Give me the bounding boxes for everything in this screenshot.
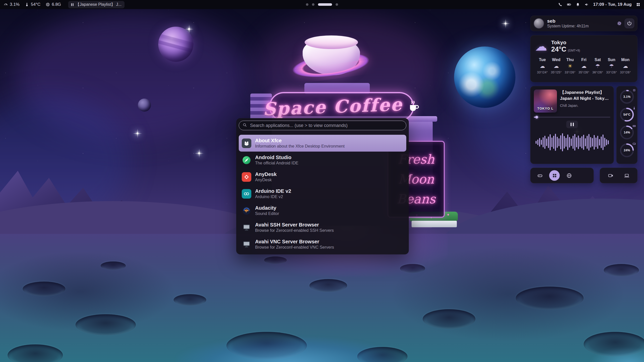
app-description: Arduino IDE v2 bbox=[255, 195, 291, 199]
notifications-bell-icon[interactable] bbox=[576, 2, 580, 7]
app-title: Arduino IDE v2 bbox=[255, 189, 291, 194]
album-art: TOKYO L bbox=[534, 89, 557, 113]
apps-grid-button[interactable] bbox=[549, 170, 560, 181]
cpu-chip-icon bbox=[632, 88, 636, 93]
capture-actions-card bbox=[600, 168, 637, 183]
crater bbox=[423, 309, 475, 329]
cpu-usage-indicator[interactable]: 3.1% bbox=[4, 2, 20, 7]
workspace-dot-2[interactable] bbox=[312, 3, 314, 6]
power-button[interactable] bbox=[625, 19, 634, 28]
app-launcher: About Xfce Information about the Xfce De… bbox=[236, 118, 409, 254]
settings-button[interactable] bbox=[617, 21, 622, 26]
search-icon bbox=[243, 123, 247, 128]
app-row-arduino-ide[interactable]: Arduino IDE v2 Arduino IDE v2 bbox=[239, 185, 406, 202]
disk-gauge: 24% bbox=[620, 143, 634, 158]
disk-gauge-value: 24% bbox=[620, 143, 634, 158]
forecast-day: Sun ☂ 33°/26° bbox=[605, 58, 618, 74]
weather-temperature: 24°C bbox=[551, 46, 566, 53]
temperature-indicator[interactable]: 54°C bbox=[25, 2, 41, 7]
system-uptime: System Uptime: 4h11m bbox=[547, 24, 589, 28]
forecast-day: Mon ☁ 33°/26° bbox=[619, 58, 632, 74]
gamepad-button[interactable] bbox=[535, 170, 545, 181]
forecast-day: Fri ☁ 35°/26° bbox=[577, 58, 591, 74]
weather-day-icon: ☁ bbox=[581, 64, 587, 69]
app-row-anydesk[interactable]: AnyDesk AnyDesk bbox=[239, 168, 406, 185]
horizon-glow bbox=[176, 337, 403, 362]
phone-tray-icon[interactable] bbox=[558, 2, 562, 7]
android-studio-icon bbox=[242, 155, 251, 165]
crater bbox=[174, 294, 206, 306]
media-player-chip[interactable]: 【Japanese Playlist】 J... bbox=[68, 1, 125, 8]
weather-timezone: (GMT+9) bbox=[568, 49, 580, 52]
app-row-audacity[interactable]: Audacity Sound Editor bbox=[239, 202, 406, 219]
user-avatar bbox=[534, 18, 544, 29]
globe-button[interactable] bbox=[564, 170, 574, 181]
app-description: The official Android IDE bbox=[255, 161, 298, 165]
screen-record-button[interactable] bbox=[605, 170, 616, 181]
coffee-cup-icon bbox=[407, 100, 420, 114]
forecast-day: Tue ☁ 33°/24° bbox=[536, 58, 549, 74]
audacity-icon bbox=[242, 206, 251, 215]
app-grid-icon[interactable] bbox=[636, 2, 640, 7]
horizon-glow bbox=[589, 347, 644, 362]
clock[interactable]: 17:09 - Tue, 19 Aug bbox=[593, 2, 632, 7]
battery-tray-icon[interactable] bbox=[567, 2, 571, 7]
thermometer-icon bbox=[632, 106, 636, 111]
ram-icon bbox=[632, 124, 636, 129]
weather-day-icon: ☂ bbox=[609, 64, 614, 69]
earth-planet bbox=[454, 47, 515, 108]
anydesk-icon bbox=[242, 172, 251, 182]
app-row-android-studio[interactable]: Android Studio The official Android IDE bbox=[239, 152, 406, 168]
pause-button[interactable] bbox=[566, 121, 578, 128]
app-description: Information about the Xfce Desktop Envir… bbox=[255, 144, 345, 148]
crater bbox=[75, 314, 136, 335]
weather-day-icon: ☁ bbox=[623, 64, 628, 69]
app-row-avahi-vnc[interactable]: Avahi VNC Server Browser Browse for Zero… bbox=[239, 236, 406, 253]
app-title: AnyDesk bbox=[255, 172, 277, 177]
weather-day-icon: ☁ bbox=[554, 64, 559, 69]
weather-forecast: Tue ☁ 33°/24° Wed ☁ 35°/25° Thu ☀ 33°/26… bbox=[535, 58, 633, 74]
app-description: Browse for Zeroconf-enabled SSH Servers bbox=[255, 228, 334, 233]
workspace-active-pill[interactable] bbox=[318, 3, 332, 6]
volume-tray-icon[interactable] bbox=[584, 2, 589, 7]
bright-star bbox=[505, 23, 506, 24]
weather-day-icon: ☂ bbox=[595, 64, 600, 69]
top-bar: 3.1% 54°C 6.8G 【Japanese Playlist】 J... bbox=[0, 0, 644, 9]
media-chip-label: 【Japanese Playlist】 J... bbox=[76, 2, 122, 7]
pause-icon bbox=[71, 3, 73, 6]
cpu-usage-label: 3.1% bbox=[10, 2, 20, 7]
search-bar[interactable] bbox=[239, 121, 406, 130]
cpu-gauge-value: 3.1% bbox=[620, 89, 634, 104]
avahi-monitor-icon bbox=[242, 240, 251, 249]
control-panel: seb System Uptime: 4h11m ☁ Tokyo 24°C bbox=[530, 16, 637, 183]
visualizer bbox=[534, 131, 610, 153]
keyboard-button[interactable] bbox=[621, 170, 632, 181]
progress-knob[interactable] bbox=[535, 116, 538, 119]
search-input[interactable] bbox=[250, 123, 403, 128]
app-row-about-xfce[interactable]: About Xfce Information about the Xfce De… bbox=[239, 135, 406, 152]
music-progress-bar[interactable] bbox=[534, 117, 610, 118]
workspace-dot-4[interactable] bbox=[336, 3, 338, 6]
app-title: Android Studio bbox=[255, 155, 298, 160]
app-row-avahi-ssh[interactable]: Avahi SSH Server Browser Browse for Zero… bbox=[239, 219, 406, 236]
cpu-gauge-icon bbox=[4, 2, 8, 7]
weather-city: Tokyo bbox=[551, 39, 580, 45]
bright-star bbox=[198, 152, 200, 154]
weather-card: ☁ Tokyo 24°C (GMT+9) Tue ☁ 33°/24° Wed bbox=[530, 35, 637, 82]
bright-star bbox=[137, 132, 138, 134]
neon-sign: Space Coffee bbox=[269, 92, 414, 121]
app-title: Avahi SSH Server Browser bbox=[255, 222, 334, 227]
app-results-list: About Xfce Information about the Xfce De… bbox=[239, 135, 406, 253]
app-title: Audacity bbox=[255, 205, 279, 210]
temperature-label: 54°C bbox=[31, 2, 41, 7]
workspace-dot-1[interactable] bbox=[306, 3, 308, 6]
forecast-day: Sat ☂ 36°/26° bbox=[591, 58, 605, 74]
memory-indicator[interactable]: 6.8G bbox=[46, 2, 61, 7]
album-art-label: TOKYO L bbox=[537, 107, 554, 113]
memory-label: 6.8G bbox=[52, 2, 61, 7]
temperature-gauge-value: 54°C bbox=[620, 107, 634, 122]
memory-gauge: 14% bbox=[620, 125, 634, 140]
crater bbox=[23, 282, 65, 296]
workspace-indicator bbox=[306, 3, 338, 6]
small-moon bbox=[138, 99, 151, 112]
